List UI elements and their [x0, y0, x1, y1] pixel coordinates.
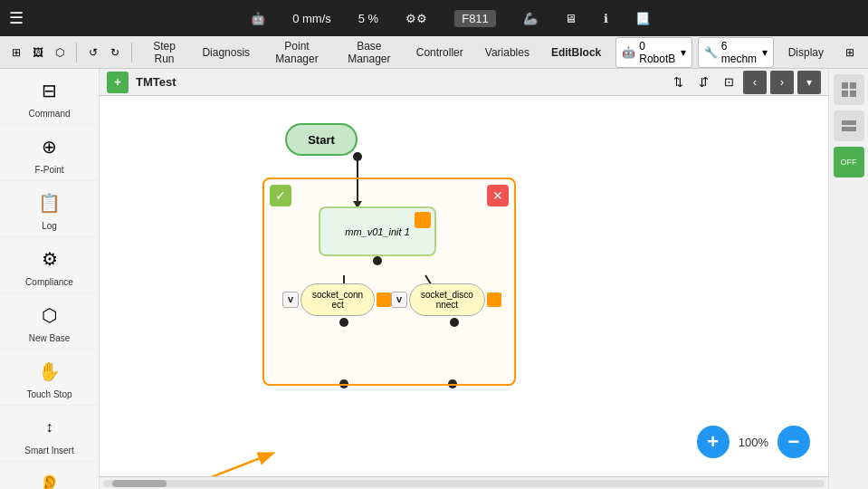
init-connector-dot	[373, 256, 382, 265]
socket-connect-label: socket_connect	[300, 283, 375, 316]
mechm-dropdown-label: 6 mechm	[721, 40, 758, 65]
info-icon: ℹ	[604, 12, 608, 25]
start-label: Start	[308, 133, 335, 147]
sidebar-label-smart-insert: Smart Insert	[24, 446, 73, 455]
grid-icon[interactable]: ⊞	[7, 40, 25, 65]
layout-icon-1	[840, 81, 858, 99]
sep2	[131, 43, 132, 62]
edit-block-button[interactable]: EditBlock	[542, 44, 610, 61]
variables-button[interactable]: Variables	[476, 44, 539, 61]
svg-rect-13	[842, 120, 856, 125]
robot-dropdown-icon: 🤖	[622, 46, 635, 59]
share-icon[interactable]: ⬡	[51, 40, 69, 65]
layout-icon-2	[840, 117, 858, 135]
sidebar-item-touch-stop[interactable]: ✋ Touch Stop	[0, 350, 99, 406]
sidebar-label-new-base: New Base	[29, 333, 71, 343]
display-button[interactable]: Display	[779, 44, 833, 61]
speed-display: 0 mm/s	[292, 12, 331, 25]
svg-rect-11	[842, 91, 848, 97]
v-badge-1: V	[282, 292, 299, 308]
sort-asc-icon[interactable]: ⇅	[667, 72, 689, 93]
right-panel: OFF	[828, 69, 868, 489]
controller-button[interactable]: Controller	[407, 44, 472, 61]
scrollbar-thumb[interactable]	[112, 480, 167, 487]
robot-icon: 🤖	[251, 12, 265, 25]
zoom-out-button[interactable]: −	[777, 426, 810, 458]
sidebar-item-log[interactable]: 📋 Log	[0, 181, 99, 237]
point-manager-button[interactable]: Point Manager	[262, 38, 331, 67]
zoom-in-button[interactable]: +	[697, 426, 730, 458]
undo-button[interactable]: ↺	[84, 40, 102, 65]
check-button[interactable]: ✓	[270, 185, 291, 206]
svg-rect-14	[842, 127, 856, 131]
socket-disconnect-bottom-dot	[450, 318, 459, 327]
touch-stop-icon: ✋	[33, 355, 66, 388]
toggle-label: OFF	[841, 158, 857, 167]
socket-disconnect-icon	[487, 292, 501, 307]
listen-icon: 👂	[33, 467, 66, 489]
model-display: F811	[454, 10, 496, 27]
canvas-header-icons: ⇅ ⇵ ⊡ ‹ › ▾	[667, 71, 821, 94]
canvas[interactable]: Start ✓ ✕ mm_v01_init 1	[100, 96, 828, 476]
add-block-button[interactable]: +	[107, 72, 129, 93]
sidebar-label-command: Command	[28, 109, 70, 119]
canvas-title: TMTest	[136, 75, 660, 89]
diagnosis-button[interactable]: Diagnosis	[193, 44, 259, 61]
redo-button[interactable]: ↻	[106, 40, 124, 65]
zoom-controls: + 100% −	[697, 426, 810, 458]
robot-dropdown[interactable]: 🤖 0 RobotB ▾	[615, 37, 692, 68]
arm-icon: 🦾	[523, 12, 538, 25]
canvas-dropdown-button[interactable]: ▾	[797, 71, 821, 94]
h-scrollbar[interactable]	[100, 476, 828, 489]
sep1	[76, 43, 77, 62]
svg-rect-9	[842, 82, 848, 89]
nav-prev-button[interactable]: ‹	[743, 71, 767, 94]
right-panel-btn2[interactable]	[834, 110, 864, 141]
sidebar-item-listen[interactable]: 👂 Listen	[0, 462, 99, 489]
hamburger-icon[interactable]: ☰	[9, 8, 24, 28]
zoom-fit-icon[interactable]: ⊡	[718, 72, 739, 93]
topbar: ☰ 🤖 0 mm/s 5 % ⚙⚙ F811 🦾 🖥 ℹ 📃	[0, 0, 868, 36]
start-connector-dot	[353, 152, 362, 161]
right-panel-btn1[interactable]	[834, 74, 864, 105]
right-panel-toggle[interactable]: OFF	[834, 147, 864, 177]
close-button[interactable]: ✕	[487, 185, 509, 206]
sort-desc-icon[interactable]: ⇵	[692, 72, 714, 93]
tab-icon[interactable]: ⊞	[838, 40, 861, 65]
content: ⊟ Command ⊕ F-Point 📋 Log ⚙ Compliance ⬡…	[0, 69, 868, 489]
socket-connect-bottom-dot	[339, 318, 348, 327]
image-icon[interactable]: 🖼	[29, 40, 47, 65]
mechm-dropdown-arrow: ▾	[762, 46, 768, 59]
sidebar: ⊟ Command ⊕ F-Point 📋 Log ⚙ Compliance ⬡…	[0, 69, 100, 489]
toolbar-right: EditBlock 🤖 0 RobotB ▾ 🔧 6 mechm ▾ Displ…	[542, 37, 861, 68]
scrollbar-track[interactable]	[103, 480, 825, 487]
canvas-header: + TMTest ⇅ ⇵ ⊡ ‹ › ▾	[100, 69, 828, 96]
init-node[interactable]: mm_v01_init 1	[319, 206, 436, 256]
monitor-icon: 🖥	[565, 12, 577, 25]
svg-line-8	[190, 454, 272, 476]
robot-dropdown-label: 0 RobotB	[639, 40, 677, 65]
topbar-center: 🤖 0 mm/s 5 % ⚙⚙ F811 🦾 🖥 ℹ 📃	[42, 10, 859, 27]
new-base-icon: ⬡	[33, 299, 66, 331]
mechm-dropdown[interactable]: 🔧 6 mechm ▾	[698, 37, 774, 68]
sidebar-label-fpoint: F-Point	[34, 165, 63, 175]
group-box: ✓ ✕ mm_v01_init 1 V socket_connect	[262, 177, 516, 386]
v-badge-2: V	[391, 292, 407, 308]
svg-rect-10	[850, 82, 856, 89]
nav-next-button[interactable]: ›	[770, 71, 794, 94]
base-manager-button[interactable]: Base Manager	[335, 38, 404, 67]
step-run-button[interactable]: Step Run	[139, 38, 190, 67]
start-node[interactable]: Start	[285, 123, 358, 156]
main-area: + TMTest ⇅ ⇵ ⊡ ‹ › ▾	[100, 69, 828, 489]
sidebar-item-command[interactable]: ⊟ Command	[0, 69, 99, 125]
sidebar-item-new-base[interactable]: ⬡ New Base	[0, 293, 99, 350]
socket-disconnect-node[interactable]: V socket_disconnect	[391, 283, 501, 316]
toolbar: ⊞ 🖼 ⬡ ↺ ↻ Step Run Diagnosis Point Manag…	[0, 36, 868, 69]
sidebar-item-smart-insert[interactable]: ↕ Smart Insert	[0, 406, 99, 462]
socket-connect-node[interactable]: V socket_connect	[282, 283, 391, 316]
gear-icon: ⚙⚙	[405, 12, 427, 25]
sidebar-item-compliance[interactable]: ⚙ Compliance	[0, 237, 99, 293]
sidebar-item-fpoint[interactable]: ⊕ F-Point	[0, 125, 99, 181]
svg-rect-12	[850, 91, 856, 97]
sidebar-label-touch-stop: Touch Stop	[26, 389, 72, 399]
